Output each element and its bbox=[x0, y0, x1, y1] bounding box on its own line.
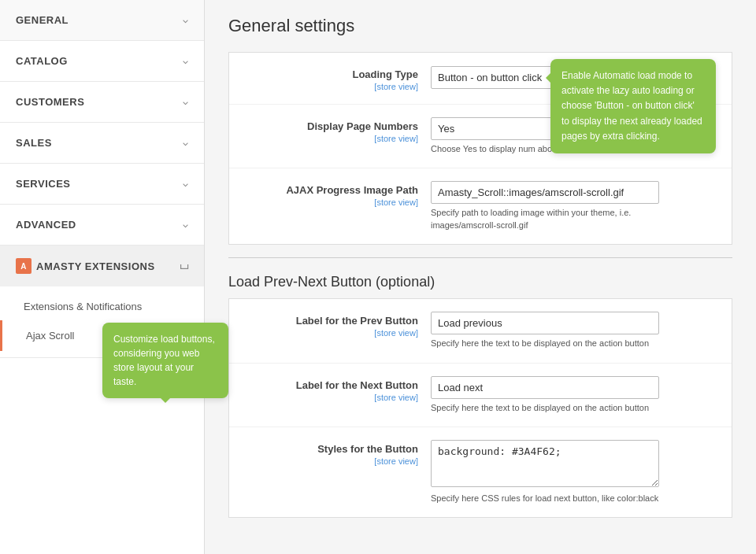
chevron-down-icon: ⌵ bbox=[183, 97, 189, 107]
loading-type-store-view: [store view] bbox=[242, 82, 418, 91]
ajax-progress-input-col: Specify path to loading image within you… bbox=[431, 181, 719, 231]
button-styles-textarea[interactable]: background: #3A4F62; bbox=[431, 440, 659, 487]
ajax-progress-image-row: AJAX Progress Image Path [store view] Sp… bbox=[229, 168, 732, 244]
sidebar-services-label: SERVICES bbox=[16, 178, 71, 190]
button-styles-label: Styles for the Button bbox=[317, 443, 418, 455]
chevron-down-icon: ⌵ bbox=[183, 138, 189, 148]
prev-next-settings-section: Label for the Prev Button [store view] S… bbox=[228, 298, 732, 518]
sidebar: GENERAL ⌵ CATALOG ⌵ CUSTOMERS ⌵ SALES ⌵ … bbox=[0, 0, 205, 554]
button-styles-hint: Specify here CSS rules for load next but… bbox=[431, 493, 659, 504]
sidebar-advanced-label: ADVANCED bbox=[16, 219, 76, 231]
general-settings-section: Loading Type [store view] Button - on bu… bbox=[228, 52, 732, 245]
amasty-logo-icon: A bbox=[16, 258, 32, 274]
section-divider bbox=[228, 257, 732, 258]
display-page-numbers-store-view: [store view] bbox=[242, 134, 418, 143]
next-button-label-row: Label for the Next Button [store view] S… bbox=[229, 364, 732, 427]
sidebar-item-extensions-notifications[interactable]: Extensions & Notifications bbox=[0, 293, 204, 320]
amasty-logo: A AMASTY EXTENSIONS bbox=[16, 258, 155, 274]
button-styles-row: Styles for the Button [store view] backg… bbox=[229, 427, 732, 517]
next-button-input[interactable] bbox=[431, 376, 659, 399]
sidebar-customers-label: CUSTOMERS bbox=[16, 96, 84, 108]
prev-button-label-row: Label for the Prev Button [store view] S… bbox=[229, 299, 732, 363]
next-button-store-view: [store view] bbox=[242, 393, 418, 402]
next-button-label-col: Label for the Next Button [store view] bbox=[242, 376, 431, 402]
sidebar-item-general[interactable]: GENERAL ⌵ bbox=[0, 0, 204, 41]
sidebar-general-label: GENERAL bbox=[16, 14, 69, 26]
sidebar-sales-label: SALES bbox=[16, 137, 52, 149]
chevron-down-icon: ⌵ bbox=[183, 220, 189, 230]
next-button-label: Label for the Next Button bbox=[296, 379, 418, 391]
button-styles-store-view: [store view] bbox=[242, 456, 418, 466]
ajax-progress-label-col: AJAX Progress Image Path [store view] bbox=[242, 181, 431, 207]
chevron-down-icon: ⌵ bbox=[183, 56, 189, 66]
sidebar-item-sales[interactable]: SALES ⌵ bbox=[0, 123, 204, 164]
ajax-progress-label: AJAX Progress Image Path bbox=[286, 184, 418, 196]
sidebar-item-catalog[interactable]: CATALOG ⌵ bbox=[0, 41, 204, 82]
ajax-progress-store-view: [store view] bbox=[242, 198, 418, 207]
prev-next-section-title: Load Prev-Next Button (optional) bbox=[228, 274, 732, 290]
sidebar-item-customers[interactable]: CUSTOMERS ⌵ bbox=[0, 82, 204, 123]
loading-type-row: Loading Type [store view] Button - on bu… bbox=[229, 53, 732, 105]
tooltip-right: Enable Automatic load mode to activate t… bbox=[550, 59, 716, 153]
loading-type-label-col: Loading Type [store view] bbox=[242, 65, 431, 91]
chevron-down-icon: ⌵ bbox=[183, 15, 189, 25]
ajax-progress-input[interactable] bbox=[431, 181, 659, 204]
button-styles-label-col: Styles for the Button [store view] bbox=[242, 440, 431, 466]
page-title: General settings bbox=[228, 16, 732, 36]
ajax-progress-hint: Specify path to loading image within you… bbox=[431, 207, 659, 231]
prev-button-label: Label for the Prev Button bbox=[296, 315, 418, 327]
loading-type-label: Loading Type bbox=[352, 68, 418, 80]
next-button-input-col: Specify here the text to be displayed on… bbox=[431, 376, 719, 414]
prev-button-input-col: Specify here the text to be displayed on… bbox=[431, 312, 719, 349]
prev-button-input[interactable] bbox=[431, 312, 659, 334]
prev-button-store-view: [store view] bbox=[242, 328, 418, 338]
sidebar-catalog-label: CATALOG bbox=[16, 55, 68, 67]
sidebar-item-services[interactable]: SERVICES ⌵ bbox=[0, 164, 204, 205]
amasty-label: AMASTY EXTENSIONS bbox=[36, 260, 155, 272]
display-page-numbers-label: Display Page Numbers bbox=[307, 120, 418, 132]
prev-button-hint: Specify here the text to be displayed on… bbox=[431, 338, 659, 349]
prev-button-label-col: Label for the Prev Button [store view] bbox=[242, 312, 431, 338]
next-button-hint: Specify here the text to be displayed on… bbox=[431, 402, 659, 414]
tooltip-left: Customize load buttons, considering you … bbox=[102, 323, 228, 398]
chevron-up-icon: ⌴ bbox=[180, 261, 189, 271]
button-styles-input-col: background: #3A4F62; Specify here CSS ru… bbox=[431, 440, 719, 504]
display-page-numbers-label-col: Display Page Numbers [store view] bbox=[242, 117, 431, 143]
chevron-down-icon: ⌵ bbox=[183, 179, 189, 189]
main-content: General settings Loading Type [store vie… bbox=[205, 0, 756, 554]
sidebar-item-advanced[interactable]: ADVANCED ⌵ bbox=[0, 205, 204, 246]
